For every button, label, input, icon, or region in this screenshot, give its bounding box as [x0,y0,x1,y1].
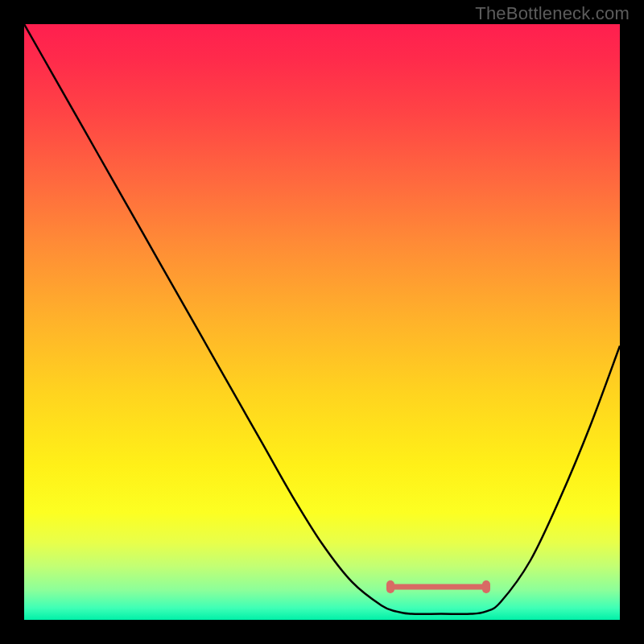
trough-marker-2 [482,580,490,593]
chart-frame: TheBottleneck.com [0,0,644,644]
watermark-text: TheBottleneck.com [475,3,630,24]
plot-area [24,24,620,620]
bottleneck-curve [24,24,620,620]
trough-marker-1 [386,580,394,593]
trough-band [390,584,485,590]
curve-path [24,24,620,614]
